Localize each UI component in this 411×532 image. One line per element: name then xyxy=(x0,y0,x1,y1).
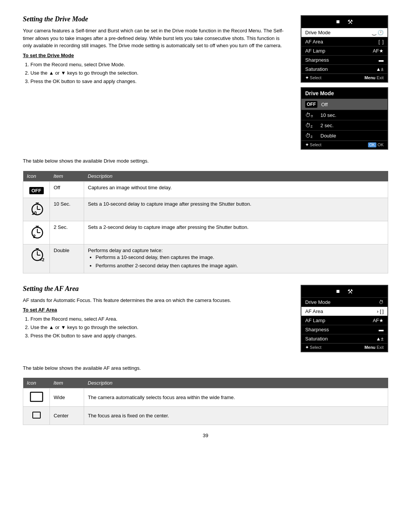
drive-10s-row: ⏱₀ 10 sec. xyxy=(301,110,387,120)
drive-mode-row: Drive Mode ‿ 🕐 xyxy=(301,28,387,37)
camera-icon: ■ xyxy=(336,18,340,26)
drive-2s-label: 2 sec. xyxy=(320,123,334,128)
row-item: Center xyxy=(50,407,84,425)
drive-panel-footer: ✦ Select OK OK xyxy=(301,141,387,149)
col-icon: Icon xyxy=(23,171,50,182)
sharpness-row: Sharpness ▬ xyxy=(301,55,387,64)
table-row: Wide The camera automatically selects fo… xyxy=(23,388,388,407)
double-svg: ×2 xyxy=(29,248,44,262)
col-description: Description xyxy=(84,378,388,388)
sharpness-row-2: Sharpness ▬ xyxy=(301,325,387,334)
table-row: 2 2 Sec. Sets a 2-second delay to captur… xyxy=(23,221,388,244)
af-area-table: Icon Item Description Wide The camera au… xyxy=(23,378,388,425)
row-label: AF Lamp xyxy=(305,318,325,323)
row-icon: OFF xyxy=(23,181,50,198)
row-desc: The camera automatically selects focus a… xyxy=(84,388,388,407)
row-label: Drive Mode xyxy=(305,299,330,305)
bullet-item: Performs another 2-second delay then cap… xyxy=(96,262,384,270)
row-label: AF Lamp xyxy=(305,48,325,54)
step-item: Press the OK button to save and apply ch… xyxy=(30,332,289,340)
drive-mode-panels-right: ■ ⚒ Drive Mode ‿ 🕐 AF Area [ ] AF Lamp A… xyxy=(301,15,388,150)
af-area-row-2: AF Area › [ ] xyxy=(301,307,387,316)
drive-mode-row-2: Drive Mode ⏱ xyxy=(301,297,387,307)
col-item: Item xyxy=(50,378,84,388)
af-lamp-row: AF Lamp AF★ xyxy=(301,46,387,55)
page-number: 39 xyxy=(23,433,388,438)
drive-off-row: OFF Off xyxy=(301,99,387,110)
row-label: Saturation xyxy=(305,336,328,342)
off-icon: OFF xyxy=(305,101,317,108)
drive-double-label: Double xyxy=(320,133,336,139)
row-label: Saturation xyxy=(305,66,328,72)
drive-double-row: ⏱₂ Double xyxy=(301,130,387,141)
drive-mode-text-left: Setting the Drive Mode Your camera featu… xyxy=(23,15,289,150)
saturation-row: Saturation ▲± xyxy=(301,64,387,73)
row-value: ▲± xyxy=(376,336,384,342)
2sec-svg: 2 xyxy=(29,224,44,239)
row-value: [ ] xyxy=(379,39,384,45)
table-row: Center The focus area is fixed on the ce… xyxy=(23,407,388,425)
bullet-item: Performs a 10-second delay, then capture… xyxy=(96,253,384,262)
row-label: Sharpness xyxy=(305,327,329,332)
drive-10s-label: 10 sec. xyxy=(320,112,336,118)
drive-mode-steps: From the Record menu, select Drive Mode.… xyxy=(30,61,289,86)
af-area-panel-right: ■ ⚒ Drive Mode ⏱ AF Area › [ ] AF Lamp A… xyxy=(301,285,388,357)
row-icon: 10 xyxy=(23,198,50,221)
panel-header-2: ■ ⚒ xyxy=(301,286,387,297)
row-item: Double xyxy=(50,244,84,273)
row-label: AF Area xyxy=(305,39,323,45)
camera-record-menu-panel: ■ ⚒ Drive Mode ‿ 🕐 AF Area [ ] AF Lamp A… xyxy=(301,15,388,83)
table-row: ×2 Double Performs delay and capture twi… xyxy=(23,244,388,273)
af-lamp-row-2: AF Lamp AF★ xyxy=(301,316,387,325)
wrench-icon-2: ⚒ xyxy=(347,288,353,295)
drive-off-label: Off xyxy=(321,102,328,107)
row-value: ▬ xyxy=(379,57,384,63)
af-area-text-left: Setting the AF Area AF stands for Automa… xyxy=(23,285,289,357)
step-item: From the Record menu, select Drive Mode. xyxy=(30,61,289,69)
section-drive-mode: Setting the Drive Mode Your camera featu… xyxy=(23,15,388,273)
af-area-steps: From the Record menu, select AF Area. Us… xyxy=(30,315,289,340)
row-value: AF★ xyxy=(373,318,384,323)
af-area-subsection: To set AF Area xyxy=(23,307,289,313)
footer-select-2: ✦ Select xyxy=(305,345,322,350)
af-area-title: Setting the AF Area xyxy=(23,285,289,293)
row-item: 10 Sec. xyxy=(50,198,84,221)
af-area-row: AF Area [ ] xyxy=(301,37,387,46)
svg-rect-19 xyxy=(33,412,40,418)
panel-header: ■ ⚒ xyxy=(301,16,387,28)
row-desc: Performs delay and capture twice: Perfor… xyxy=(84,244,388,273)
row-label: Sharpness xyxy=(305,57,329,63)
row-icon xyxy=(23,407,50,425)
row-value: AF★ xyxy=(373,48,384,54)
camera-icon-2: ■ xyxy=(336,288,340,295)
footer-exit-2: Menu Exit xyxy=(365,345,384,350)
row-value: ⏱ xyxy=(379,299,384,305)
drive-2s-row: ⏱₂ 2 sec. xyxy=(301,120,387,130)
drive-panel-title: Drive Mode xyxy=(301,88,387,99)
row-desc: Sets a 2-second delay to capture image a… xyxy=(84,221,388,244)
col-description: Description xyxy=(84,171,388,182)
table-row: 10 10 Sec. Sets a 10-second delay to cap… xyxy=(23,198,388,221)
wrench-icon: ⚒ xyxy=(347,18,353,26)
drive-mode-title: Setting the Drive Mode xyxy=(23,15,289,23)
footer-select: ✦ Select xyxy=(305,142,322,147)
row-desc: The focus area is fixed on the center. xyxy=(84,407,388,425)
row-value: ▲± xyxy=(376,66,384,72)
col-item: Item xyxy=(50,171,84,182)
row-item: Wide xyxy=(50,388,84,407)
saturation-row-2: Saturation ▲± xyxy=(301,334,387,343)
double-icon: ⏱₂ xyxy=(305,133,317,139)
row-desc: Sets a 10-second delay to capture image … xyxy=(84,198,388,221)
camera-record-menu-panel-2: ■ ⚒ Drive Mode ⏱ AF Area › [ ] AF Lamp A… xyxy=(301,285,388,352)
10sec-svg: 10 xyxy=(29,201,44,216)
svg-text:10: 10 xyxy=(32,211,37,216)
drive-mode-subsection: To set the Drive Mode xyxy=(23,53,289,58)
row-item: 2 Sec. xyxy=(50,221,84,244)
row-icon: ×2 xyxy=(23,244,50,273)
drive-mode-table: Icon Item Description OFF Off Captures a… xyxy=(23,171,388,273)
row-icon: 2 xyxy=(23,221,50,244)
drive-mode-description: Your camera features a Self-timer and Bu… xyxy=(23,27,289,50)
drive-table-note: The table below shows the available Driv… xyxy=(23,157,388,165)
row-item: Off xyxy=(50,181,84,198)
svg-rect-18 xyxy=(30,392,43,401)
